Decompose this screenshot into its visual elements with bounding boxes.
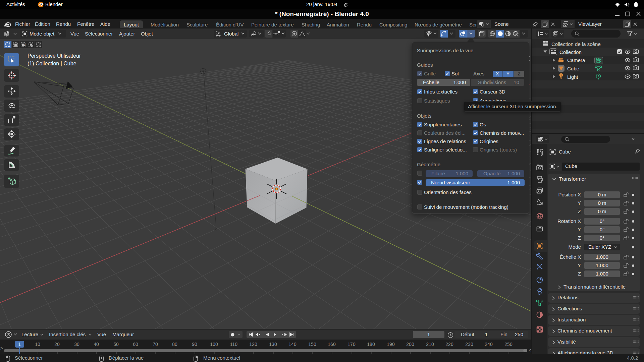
- svg-text:+: +: [24, 44, 25, 47]
